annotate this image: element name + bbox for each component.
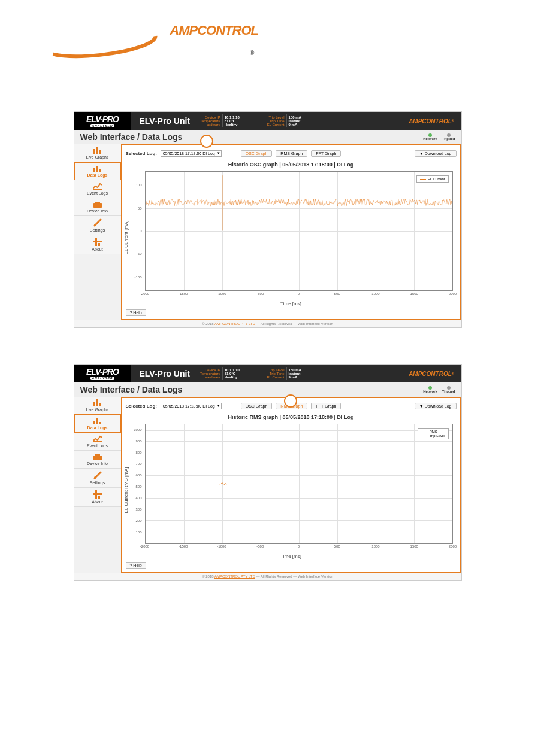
svg-point-8 xyxy=(94,224,96,226)
spec-value: Healthy xyxy=(225,375,240,379)
rms-waveform xyxy=(146,424,452,485)
spec-label: EL Current xyxy=(267,123,285,126)
sidebar-item-settings[interactable]: Settings xyxy=(74,469,121,488)
svg-rect-14 xyxy=(96,399,98,406)
selected-log-dropdown[interactable]: 05/05/2018 17:18:00 DI Log xyxy=(161,150,222,157)
y-tick: 1000 xyxy=(134,428,141,432)
svg-rect-3 xyxy=(99,150,101,154)
y-tick: 600 xyxy=(135,473,141,477)
sidebar-item-device-info[interactable]: Device Info xyxy=(74,198,121,216)
x-tick: 500 xyxy=(334,545,340,548)
chart-title: Historic OSC graph | 05/05/2018 17:18:00… xyxy=(126,162,457,168)
spec-label: Hardware xyxy=(200,123,220,126)
legend-swatch xyxy=(421,432,427,432)
selected-log-dropdown[interactable]: 05/05/2018 17:18:00 DI Log xyxy=(161,403,222,409)
x-tick: 1000 xyxy=(371,292,379,296)
svg-point-20 xyxy=(94,476,96,479)
svg-rect-19 xyxy=(93,441,102,442)
tab-osc-graph[interactable]: OSC Graph xyxy=(241,150,273,157)
x-tick: -2000 xyxy=(140,292,149,296)
sidebar-item-settings[interactable]: Settings xyxy=(74,216,121,235)
y-tick: 900 xyxy=(135,439,141,443)
sidebar-nav: Live Graphs Data Logs Event Logs Device … xyxy=(74,144,121,320)
legend-swatch xyxy=(420,179,426,180)
help-button[interactable]: ? Help xyxy=(126,309,146,316)
x-axis-label: Time [ms] xyxy=(280,301,301,306)
sidebar-item-label: About xyxy=(92,247,102,251)
footer: © 2018 AMPCONTROL PTY LTD — All Rights R… xyxy=(74,320,461,327)
svg-rect-16 xyxy=(93,421,95,424)
footer-link[interactable]: AMPCONTROL PTY LTD xyxy=(214,575,255,578)
footer-link[interactable]: AMPCONTROL PTY LTD xyxy=(214,322,255,326)
breadcrumb-bar: Web Interface / Data Logs Network Trippe… xyxy=(74,130,461,144)
device-specs: Device IP Temperature Hardware 10.1.1.10… xyxy=(198,112,303,130)
status-label: Network xyxy=(423,390,437,393)
x-tick: 0 xyxy=(298,545,300,548)
download-log-button[interactable]: ▼ Download Log xyxy=(415,403,457,409)
chart-legend: RMS Trip Level xyxy=(418,428,448,439)
download-log-button[interactable]: ▼ Download Log xyxy=(415,150,457,157)
status-indicators: Network Tripped xyxy=(423,133,455,141)
screenshot-rms-panel: ELV-PRO ANALYSER ELV-Pro Unit Device IP … xyxy=(74,364,462,581)
sidebar-item-event-logs[interactable]: Event Logs xyxy=(74,433,121,451)
app-header: ELV-PRO ANALYSER ELV-Pro Unit Device IP … xyxy=(74,112,461,130)
sidebar-item-label: Event Logs xyxy=(87,444,108,448)
tab-rms-graph[interactable]: RMS Graph xyxy=(276,150,307,157)
sidebar-item-event-logs[interactable]: Event Logs xyxy=(74,180,121,198)
svg-rect-23 xyxy=(98,496,100,499)
x-tick: 1500 xyxy=(410,545,418,548)
sidebar-item-data-logs[interactable]: Data Logs xyxy=(74,415,121,433)
sidebar-item-label: Settings xyxy=(90,481,105,485)
unit-title: ELV-Pro Unit xyxy=(131,112,199,130)
osc-chart: EL Current [mA] 100 50 0 -50 -100 xyxy=(128,169,454,306)
svg-rect-18 xyxy=(99,422,101,424)
unit-title: ELV-Pro Unit xyxy=(131,365,199,382)
toolbar: Selected Log: 05/05/2018 17:18:00 DI Log… xyxy=(126,149,457,160)
tab-fft-graph[interactable]: FFT Graph xyxy=(311,150,341,157)
tab-osc-graph[interactable]: OSC Graph xyxy=(241,403,273,409)
highlight-circle xyxy=(284,394,297,408)
svg-rect-15 xyxy=(99,403,101,406)
status-label: Network xyxy=(423,137,437,141)
x-tick: 1000 xyxy=(371,545,379,548)
sidebar-item-label: Event Logs xyxy=(87,191,108,195)
tab-fft-graph[interactable]: FFT Graph xyxy=(311,403,341,409)
sidebar-item-device-info[interactable]: Device Info xyxy=(74,451,121,469)
device-specs: Device IP Temperature Hardware 10.1.1.10… xyxy=(198,365,303,382)
svg-rect-5 xyxy=(96,166,98,172)
ampcontrol-badge: AMPCONTROL® xyxy=(409,365,461,382)
selected-log-label: Selected Log: xyxy=(126,403,157,409)
y-tick: 500 xyxy=(135,485,141,488)
x-tick: 500 xyxy=(334,292,340,296)
y-tick: 400 xyxy=(135,496,141,500)
sidebar-nav: Live Graphs Data Logs Event Logs Device … xyxy=(74,397,121,573)
selected-log-label: Selected Log: xyxy=(126,151,157,156)
osc-waveform xyxy=(146,172,452,233)
svg-point-0 xyxy=(41,24,157,60)
sidebar-item-label: Live Graphs xyxy=(86,408,109,412)
sidebar-item-data-logs[interactable]: Data Logs xyxy=(74,162,121,180)
y-tick: -100 xyxy=(134,275,141,279)
y-tick: 50 xyxy=(138,207,142,210)
ampcontrol-badge: AMPCONTROL® xyxy=(409,112,461,130)
x-tick: -1000 xyxy=(217,292,226,296)
status-indicators: Network Tripped xyxy=(423,386,455,393)
sidebar-item-label: Data Logs xyxy=(87,173,108,177)
y-tick: -50 xyxy=(137,252,142,256)
legend-label: RMS xyxy=(429,430,437,433)
help-button[interactable]: ? Help xyxy=(126,562,146,569)
x-tick: -1000 xyxy=(217,545,226,548)
rms-chart: EL Current RMS [mA] 1000 900 800 700 600… xyxy=(128,421,454,559)
sidebar-item-about[interactable]: About xyxy=(74,488,121,507)
x-tick: 2000 xyxy=(449,545,457,548)
screenshot-osc-panel: ELV-PRO ANALYSER ELV-Pro Unit Device IP … xyxy=(74,111,462,328)
x-axis-label: Time [ms] xyxy=(280,554,301,559)
legend-label: Trip Level xyxy=(429,434,445,438)
sidebar-item-live-graphs[interactable]: Live Graphs xyxy=(74,144,121,162)
sidebar-item-about[interactable]: About xyxy=(74,235,121,254)
svg-rect-17 xyxy=(96,418,98,424)
x-tick: 2000 xyxy=(449,292,457,296)
sidebar-item-label: Device Info xyxy=(87,462,108,466)
sidebar-item-live-graphs[interactable]: Live Graphs xyxy=(74,397,121,415)
x-tick: -2000 xyxy=(140,545,149,548)
